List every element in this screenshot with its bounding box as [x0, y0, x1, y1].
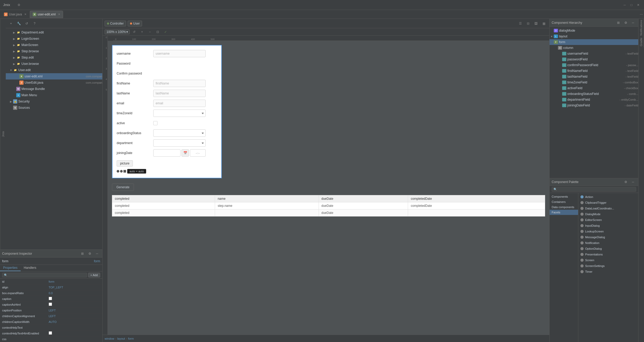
prop-value-caption-position[interactable]: LEFT: [47, 309, 102, 312]
tree-item-sources[interactable]: S Sources: [6, 105, 102, 111]
inspector-close-icon[interactable]: ─: [94, 250, 100, 257]
split-view-icon[interactable]: ⊟: [525, 20, 532, 27]
palette-close-icon[interactable]: ─: [630, 179, 636, 185]
time-input[interactable]: –:–: [190, 149, 206, 157]
tree-item-user-browse[interactable]: ▶ 📁 User.browse: [6, 61, 102, 67]
prop-value-caption-as-html[interactable]: [47, 303, 102, 306]
add-btn[interactable]: +: [8, 20, 14, 27]
h-item-layout[interactable]: ▼ L layout: [550, 33, 638, 39]
minimize-icon[interactable]: ─: [622, 2, 627, 8]
palette-item-clipboard[interactable]: ClipboardTrigger: [578, 200, 638, 206]
h-item-joiningdate-field[interactable]: · joiningDateField - dateField: [550, 102, 638, 108]
zoom-out-icon[interactable]: −: [146, 28, 153, 35]
palette-item-notification[interactable]: Notification: [578, 240, 638, 246]
h-item-onboarding-field[interactable]: · onboardingStatusField - comb...: [550, 91, 638, 97]
palette-item-messagedialog[interactable]: MessageDialog: [578, 234, 638, 240]
input-firstname[interactable]: firstName: [153, 80, 206, 87]
inspector-search-input[interactable]: [2, 273, 87, 277]
palette-item-inputdialog[interactable]: InputDialog: [578, 223, 638, 229]
h-item-column[interactable]: ▼ C column: [550, 45, 638, 51]
input-email[interactable]: email: [153, 100, 206, 107]
contexthelp-checkbox[interactable]: [49, 331, 52, 335]
input-lastname[interactable]: lastName: [153, 90, 206, 97]
tree-item-main-screen[interactable]: ▶ 📁 MainScreen: [6, 42, 102, 48]
input-username[interactable]: username: [153, 50, 206, 57]
list-view-icon[interactable]: ☰: [517, 20, 524, 27]
prop-value-box-expand[interactable]: 0.0: [47, 292, 102, 295]
tab-properties[interactable]: Properties: [0, 265, 21, 271]
breadcrumb-window[interactable]: window: [105, 337, 114, 340]
prop-value-context-help-html[interactable]: [47, 331, 102, 335]
caption-checkbox[interactable]: [49, 297, 52, 300]
palette-item-dataload[interactable]: DataLoadCoordinato...: [578, 206, 638, 211]
tab-user-edit-xml[interactable]: X user-edit.xml ✕: [30, 11, 63, 18]
tree-item-step-edit[interactable]: ▶ 📁 Step.edit: [6, 54, 102, 61]
tree-item-message-bundle[interactable]: M Message Bundle: [6, 86, 102, 92]
h-item-department-field[interactable]: · departmentField - entityComb...: [550, 97, 638, 102]
h-item-username-field[interactable]: · usernameField - textField: [550, 51, 638, 56]
hierarchy-settings-icon[interactable]: ⚙: [623, 20, 629, 26]
tree-item-useredit-java[interactable]: J UserEdit.java com.compan: [6, 79, 102, 86]
inspector-settings-icon[interactable]: ⚙: [87, 250, 93, 257]
prop-value-id[interactable]: form: [47, 280, 102, 283]
palette-item-dialogmode[interactable]: DialogMode: [578, 211, 638, 217]
palette-search-input[interactable]: [552, 187, 636, 192]
tree-item-user-edit[interactable]: ▼ 📁 User.edit: [6, 67, 102, 73]
palette-cat-facets[interactable]: Facets: [550, 210, 578, 215]
h-item-lastname-field[interactable]: · lastNameField - textField: [550, 74, 638, 79]
zoom-in-icon[interactable]: +: [139, 28, 145, 35]
tab-user-java[interactable]: J User.java ✕: [1, 11, 29, 18]
select-timezone[interactable]: ▾: [153, 110, 206, 117]
tab-more-icon[interactable]: ⋯: [640, 13, 643, 16]
zoom-reset-icon[interactable]: ↺: [131, 28, 138, 35]
wrench-icon[interactable]: 🔧: [16, 20, 22, 27]
palette-item-screen[interactable]: Screen: [578, 257, 638, 263]
maximize-icon[interactable]: □: [629, 2, 634, 8]
date-calendar-icon[interactable]: 📅: [182, 149, 189, 157]
checkbox-active[interactable]: [153, 121, 157, 125]
tab-user-java-close[interactable]: ✕: [24, 13, 26, 16]
palette-item-lookupscreen[interactable]: LookupScreen: [578, 229, 638, 234]
user-button[interactable]: User: [128, 21, 142, 26]
prop-value-children-align[interactable]: LEFT: [47, 315, 102, 318]
h-item-timezone-field[interactable]: · timeZoneField - comboBox: [550, 79, 638, 85]
zoom-control[interactable]: 100% x 100% ▾: [105, 30, 130, 34]
generate-button[interactable]: Generate: [112, 184, 134, 191]
settings-icon[interactable]: ⚙: [16, 2, 22, 8]
tree-item-user-edit-xml[interactable]: X user-edit.xml com.compan: [6, 73, 102, 79]
palette-cat-components[interactable]: Components: [550, 194, 578, 199]
palette-item-presentations[interactable]: Presentations: [578, 252, 638, 257]
help-icon[interactable]: ?: [31, 20, 38, 27]
refresh-icon[interactable]: ↺: [24, 20, 30, 27]
palette-settings-icon[interactable]: ⚙: [623, 179, 629, 185]
tab-handlers[interactable]: Handlers: [21, 265, 39, 271]
captionashtml-checkbox[interactable]: [49, 303, 52, 306]
select-onboarding[interactable]: ▾: [153, 129, 206, 137]
palette-item-timer[interactable]: Timer: [578, 269, 638, 275]
palette-item-optiondialog[interactable]: OptionDialog: [578, 246, 638, 252]
tree-item-step-browse[interactable]: ▶ 📁 Step.browse: [6, 48, 102, 54]
controller-button[interactable]: Controller: [105, 21, 126, 26]
prop-value-align[interactable]: TOP_LEFT: [47, 286, 102, 289]
inspector-layout-icon[interactable]: ⊞: [79, 250, 86, 257]
palette-cat-data[interactable]: Data components: [550, 204, 578, 210]
palette-item-editorscreen[interactable]: EditorScreen: [578, 217, 638, 223]
h-item-form[interactable]: ▼ F form: [550, 39, 638, 45]
prop-value-caption[interactable]: [47, 297, 102, 301]
hierarchy-close-icon[interactable]: ─: [630, 20, 636, 26]
tree-item-department-edit[interactable]: ▶ 📁 Department.edit: [6, 29, 102, 36]
h-item-active-field[interactable]: · activeField - checkBox: [550, 85, 638, 91]
image-view-icon[interactable]: 🖼: [533, 20, 539, 27]
prop-value-children-width[interactable]: AUTO: [47, 320, 102, 323]
h-item-password-field[interactable]: · passwordField: [550, 56, 638, 62]
close-icon[interactable]: ✕: [636, 2, 641, 8]
image-alt-view-icon[interactable]: ▦: [540, 20, 547, 27]
hierarchy-layout-icon[interactable]: ⊞: [615, 20, 622, 26]
date-input[interactable]: [153, 149, 180, 157]
zoom-fit-icon[interactable]: ⊡: [154, 28, 161, 35]
zoom-check-icon[interactable]: ✓: [162, 28, 169, 35]
palette-item-action[interactable]: Action: [578, 194, 638, 200]
h-item-firstname-field[interactable]: · firstNameField - textField: [550, 68, 638, 74]
breadcrumb-layout[interactable]: layout: [117, 337, 125, 340]
tab-xml-close[interactable]: ✕: [58, 13, 60, 16]
